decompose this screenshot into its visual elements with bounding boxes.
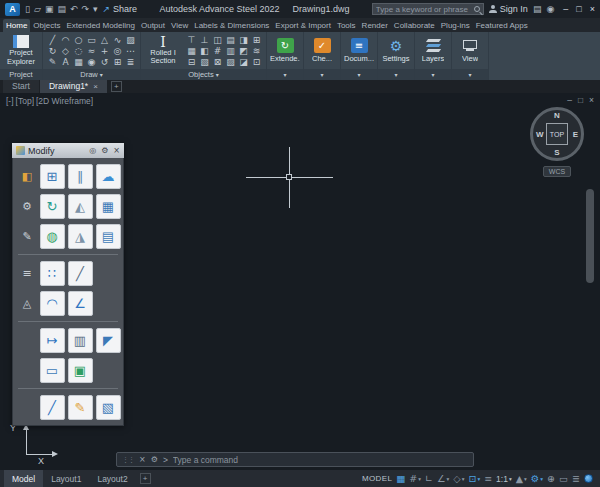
ribbon-tab-extended-modeling[interactable]: Extended Modeling xyxy=(63,19,138,32)
ribbon-tab-featured-apps[interactable]: Featured Apps xyxy=(473,19,531,32)
palette-tool-4-3[interactable]: ╱ xyxy=(68,261,93,286)
palette-title-bar[interactable]: Modify ◎ ⚙ × xyxy=(12,143,124,158)
command-grip[interactable]: ⋮⋮ xyxy=(122,456,134,464)
viewcube-west[interactable]: W xyxy=(536,130,544,139)
objects-tool-icon-12[interactable]: ≋ xyxy=(253,46,261,56)
draw-tool-icon-20[interactable]: ⊞ xyxy=(114,57,122,67)
layout-tab-layout2[interactable]: Layout2 xyxy=(89,470,135,487)
draw-tool-icon-7[interactable]: ▨ xyxy=(126,35,135,45)
palette-tool-3-4[interactable]: ▤ xyxy=(96,224,121,249)
view-cube[interactable]: N S W E TOP WCS xyxy=(528,107,586,177)
objects-tool-icon-10[interactable]: ▥ xyxy=(226,46,235,56)
clean-screen-icon[interactable]: ▭ xyxy=(559,473,568,484)
viewport-menu-control[interactable]: [-] xyxy=(6,96,14,106)
view-cube-compass[interactable]: N S W E TOP xyxy=(530,107,584,161)
viewcube-north[interactable]: N xyxy=(554,111,560,120)
new-layout-button[interactable]: + xyxy=(140,473,151,484)
objects-tool-icon-11[interactable]: ◩ xyxy=(239,46,248,56)
palette-tool-7-3[interactable]: ▣ xyxy=(68,358,93,383)
file-tab-drawing1[interactable]: Drawing1*× xyxy=(40,80,107,93)
draw-tool-icon-9[interactable]: ◇ xyxy=(62,46,69,56)
panel-flyout-caret[interactable]: ▾ xyxy=(304,69,340,80)
draw-tool-icon-17[interactable]: ▦ xyxy=(74,57,83,67)
palette-tool-4-2[interactable]: ∷ xyxy=(40,261,65,286)
objects-tool-icon-5[interactable]: ◨ xyxy=(239,35,248,45)
cart-icon[interactable]: ▤ xyxy=(533,4,542,14)
lineweight-icon[interactable]: ≡ xyxy=(484,473,492,484)
draw-tool-icon-12[interactable]: + xyxy=(101,46,109,56)
objects-tool-icon-16[interactable]: ▨ xyxy=(226,57,235,67)
objects-tool-icon-3[interactable]: ◫ xyxy=(213,35,222,45)
draw-tool-icon-15[interactable]: ✎ xyxy=(49,57,57,67)
osnap-icon[interactable]: ⊡▾ xyxy=(468,473,480,484)
minimize-button[interactable]: – xyxy=(563,4,568,14)
docum-button[interactable]: ≡Docum... xyxy=(344,38,374,63)
palette-tool-3-2[interactable]: ◍ xyxy=(40,224,65,249)
app-menu-button[interactable]: A xyxy=(5,3,20,16)
ribbon-tab-plug-ins[interactable]: Plug-ins xyxy=(438,19,473,32)
objects-tool-icon-1[interactable]: ⊤ xyxy=(188,35,196,45)
wcs-dropdown[interactable]: WCS xyxy=(543,166,571,177)
objects-tool-icon-4[interactable]: ▤ xyxy=(226,35,235,45)
palette-tool-7-2[interactable]: ▭ xyxy=(40,358,65,383)
viewport-minimize-icon[interactable]: – xyxy=(567,95,572,105)
objects-tool-icon-2[interactable]: ⊥ xyxy=(201,35,209,45)
search-icon[interactable] xyxy=(474,6,480,12)
palette-tool-8-4[interactable]: ▧ xyxy=(96,395,121,420)
redo-icon[interactable]: ↷ xyxy=(81,4,89,14)
ribbon-tab-render[interactable]: Render xyxy=(359,19,391,32)
draw-tool-icon-3[interactable]: ○ xyxy=(75,35,83,45)
draw-tool-icon-8[interactable]: ↻ xyxy=(49,46,57,56)
layout-tab-layout1[interactable]: Layout1 xyxy=(43,470,89,487)
isodraft-icon[interactable]: ◇▾ xyxy=(453,473,464,484)
panel-flyout-caret[interactable]: ▾ xyxy=(378,69,414,80)
palette-tool-6-3[interactable]: ▥ xyxy=(68,328,93,353)
palette-tool-4-1[interactable]: ≡ xyxy=(15,261,40,286)
palette-tool-5-1[interactable]: ◬ xyxy=(15,291,40,316)
palette-tool-2-2[interactable]: ↻ xyxy=(40,194,65,219)
ribbon-tab-collaborate[interactable]: Collaborate xyxy=(391,19,438,32)
palette-tool-1-1[interactable]: ◧ xyxy=(15,164,40,189)
ribbon-tab-output[interactable]: Output xyxy=(138,19,168,32)
draw-tool-icon-2[interactable]: ◠ xyxy=(62,35,70,45)
draw-tool-icon-21[interactable]: ≣ xyxy=(127,57,135,67)
plot-icon[interactable]: ▤ xyxy=(57,4,66,14)
snap-icon[interactable]: #▾ xyxy=(409,473,421,484)
panel-flyout-caret[interactable]: ▾ xyxy=(267,69,303,80)
command-close-icon[interactable]: × xyxy=(139,455,146,464)
ribbon-tab-tools[interactable]: Tools xyxy=(334,19,359,32)
workspace-gear-icon[interactable]: ⚙▾ xyxy=(531,473,543,484)
palette-tool-1-2[interactable]: ⊞ xyxy=(40,164,65,189)
viewport-close-icon[interactable]: × xyxy=(589,95,594,105)
search-box[interactable] xyxy=(372,3,484,15)
palette-tool-6-2[interactable]: ↦ xyxy=(40,328,65,353)
customize-icon[interactable]: ≣ xyxy=(572,473,580,484)
palette-tool-8-3[interactable]: ✎ xyxy=(68,395,93,420)
palette-properties-icon[interactable]: ⚙ xyxy=(101,146,108,155)
objects-tool-icon-18[interactable]: ⊡ xyxy=(253,57,261,67)
draw-tool-icon-11[interactable]: ≈ xyxy=(88,46,96,56)
palette-tool-8-2[interactable]: ╱ xyxy=(40,395,65,420)
che-button[interactable]: ✓Che... xyxy=(307,38,337,63)
palette-tool-2-1[interactable]: ⚙ xyxy=(15,194,40,219)
annotation-monitor-icon[interactable]: ⊕ xyxy=(547,473,555,484)
palette-tool-3-1[interactable]: ✎ xyxy=(15,224,40,249)
ribbon-tab-export-import[interactable]: Export & Import xyxy=(272,19,334,32)
objects-tool-icon-14[interactable]: ▧ xyxy=(200,57,209,67)
ribbon-tab-view[interactable]: View xyxy=(168,19,191,32)
polar-tracking-icon[interactable]: ∠▾ xyxy=(437,473,449,484)
palette-tool-5-2[interactable]: ◠ xyxy=(40,291,65,316)
grid-icon[interactable]: ▦ xyxy=(396,473,405,484)
viewport-visualstyle-control[interactable]: [2D Wireframe] xyxy=(36,96,93,106)
draw-tool-icon-14[interactable]: ⋯ xyxy=(126,46,135,56)
draw-tool-icon-13[interactable]: ◎ xyxy=(114,46,122,56)
search-input[interactable] xyxy=(376,5,471,14)
undo-icon[interactable]: ↶ xyxy=(70,4,78,14)
objects-tool-icon-17[interactable]: ◪ xyxy=(239,57,248,67)
save-icon[interactable]: ▣ xyxy=(45,4,54,14)
close-tab-icon[interactable]: × xyxy=(93,82,98,91)
drawing-canvas[interactable]: [-][Top][2D Wireframe] – □ × N S W E TOP… xyxy=(0,93,600,470)
draw-tool-icon-4[interactable]: ▭ xyxy=(87,35,96,45)
share-button[interactable]: ↗ Share xyxy=(103,4,138,14)
close-button[interactable]: × xyxy=(590,4,595,14)
